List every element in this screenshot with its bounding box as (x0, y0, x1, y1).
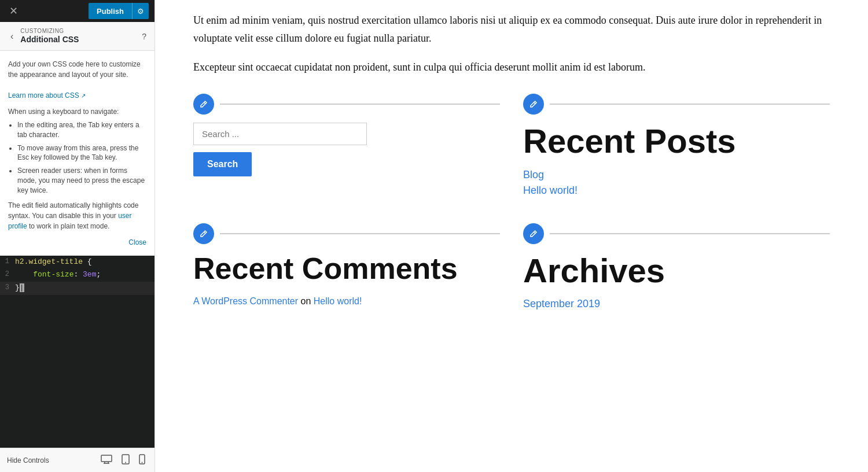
search-submit-button[interactable]: Search (193, 152, 252, 176)
recent-posts-title: Recent Posts (523, 123, 830, 160)
line-content-3: }| (15, 282, 24, 294)
body-paragraph-1: Ut enim ad minim veniam, quis nostrud ex… (193, 12, 830, 47)
recent-post-link-2[interactable]: Hello world! (523, 185, 830, 197)
line-content-2: font-size: 3em; (15, 269, 101, 281)
search-widget: Search (193, 94, 500, 200)
recent-posts-widget: Recent Posts Blog Hello world! (523, 94, 830, 200)
commented-post-link[interactable]: Hello world! (314, 296, 362, 306)
top-bar: ✕ Publish ⚙ (0, 0, 155, 22)
code-line-1: 1 h2.widget-title { (0, 256, 155, 269)
svg-line-8 (204, 102, 206, 104)
recent-posts-widget-header (523, 94, 830, 115)
edit-field-note: The edit field automatically highlights … (8, 200, 146, 231)
svg-point-7 (142, 462, 143, 463)
svg-line-11 (534, 232, 536, 234)
search-input[interactable] (193, 123, 367, 145)
search-widget-line (220, 104, 500, 105)
line-number-3: 3 (0, 282, 15, 293)
customizing-header: ‹ Customizing Additional CSS ? (0, 22, 155, 51)
bottom-bar: Hide Controls (0, 448, 155, 472)
svg-line-10 (204, 232, 206, 234)
gear-button[interactable]: ⚙ (132, 3, 149, 19)
archives-widget-line (550, 233, 830, 234)
archives-title: Archives (523, 252, 830, 289)
recent-comments-widget-edit-icon[interactable] (193, 223, 214, 244)
description-text: Add your own CSS code here to customize … (8, 59, 146, 80)
recent-posts-widget-edit-icon[interactable] (523, 94, 544, 115)
publish-area: Publish ⚙ (89, 3, 149, 19)
widgets-grid: Search Recent Posts Blog Hello world! (193, 94, 830, 314)
tablet-icon (122, 454, 130, 464)
back-button[interactable]: ‹ (8, 30, 16, 43)
view-icons (98, 453, 148, 467)
code-line-3: 3 }| (0, 282, 155, 295)
publish-button[interactable]: Publish (89, 3, 132, 19)
commenter-info: A WordPress Commenter on Hello world! (193, 294, 500, 308)
left-panel: ✕ Publish ⚙ ‹ Customizing Additional CSS… (0, 0, 155, 472)
help-button[interactable]: ? (142, 32, 146, 41)
keyboard-tip-2: To move away from this area, press the E… (17, 143, 146, 163)
search-widget-edit-icon[interactable] (193, 94, 214, 115)
desktop-icon (101, 455, 112, 464)
search-widget-header (193, 94, 500, 115)
archives-widget-edit-icon[interactable] (523, 223, 544, 244)
keyboard-tip-3: Screen reader users: when in forms mode,… (17, 166, 146, 195)
tablet-view-button[interactable] (119, 453, 132, 467)
line-number-2: 2 (0, 269, 15, 280)
customizing-title-group: Customizing Additional CSS (20, 28, 79, 45)
body-paragraph-2: Excepteur sint occaecat cupidatat non pr… (193, 58, 830, 76)
mobile-view-button[interactable] (137, 453, 148, 467)
keyboard-tips-list: In the editing area, the Tab key enters … (8, 120, 146, 196)
customizing-label: Customizing (20, 28, 79, 34)
on-text: on (301, 296, 314, 306)
svg-rect-0 (101, 455, 112, 462)
customizing-section-title: Additional CSS (20, 35, 79, 44)
learn-more-link[interactable]: Learn more about CSS (8, 91, 86, 99)
recent-comments-widget-header (193, 223, 500, 244)
recent-comments-title: Recent Comments (193, 252, 500, 285)
hide-controls-button[interactable]: Hide Controls (7, 456, 49, 464)
keyboard-tip-1: In the editing area, the Tab key enters … (17, 120, 146, 140)
desktop-view-button[interactable] (98, 453, 115, 467)
recent-post-link-1[interactable]: Blog (523, 169, 830, 181)
preview-area: Ut enim ad minim veniam, quis nostrud ex… (155, 0, 868, 472)
archives-widget: Archives September 2019 (523, 223, 830, 314)
svg-line-9 (534, 102, 536, 104)
line-content-1: h2.widget-title { (15, 256, 92, 268)
recent-comments-widget-line (220, 233, 500, 234)
keyboard-title: When using a keyboard to navigate: (8, 106, 146, 117)
recent-posts-widget-line (550, 104, 830, 105)
customizing-left: ‹ Customizing Additional CSS (8, 28, 79, 45)
svg-point-5 (125, 462, 126, 463)
panel-description: Add your own CSS code here to customize … (0, 51, 155, 256)
recent-comments-widget: Recent Comments A WordPress Commenter on… (193, 223, 500, 314)
line-number-1: 1 (0, 256, 15, 267)
mobile-icon (139, 454, 145, 464)
code-line-2: 2 font-size: 3em; (0, 268, 155, 282)
close-button[interactable]: ✕ (6, 3, 21, 19)
commenter-link[interactable]: A WordPress Commenter (193, 296, 298, 306)
preview-content: Ut enim ad minim veniam, quis nostrud ex… (193, 0, 830, 325)
archive-link-1[interactable]: September 2019 (523, 298, 830, 310)
archives-widget-header (523, 223, 830, 244)
code-editor[interactable]: 1 h2.widget-title { 2 font-size: 3em; 3 … (0, 256, 155, 448)
close-link[interactable]: Close (8, 237, 146, 248)
